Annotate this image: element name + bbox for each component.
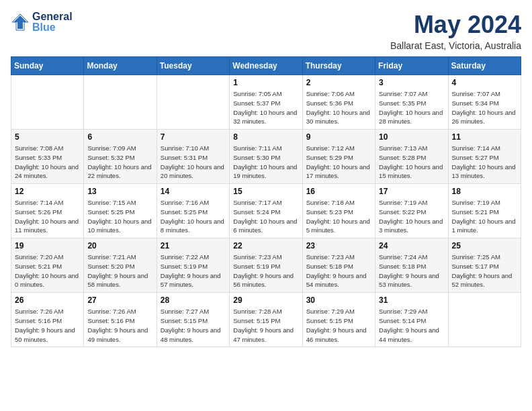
day-info: Sunrise: 7:29 AMSunset: 5:15 PMDaylight:… xyxy=(306,307,371,344)
calendar-cell: 16Sunrise: 7:18 AMSunset: 5:23 PMDayligh… xyxy=(302,184,375,238)
day-number: 6 xyxy=(87,132,152,142)
day-info: Sunrise: 7:07 AMSunset: 5:35 PMDaylight:… xyxy=(379,89,444,126)
calendar-cell: 25Sunrise: 7:25 AMSunset: 5:17 PMDayligh… xyxy=(448,238,521,293)
calendar-cell: 22Sunrise: 7:23 AMSunset: 5:19 PMDayligh… xyxy=(230,238,302,293)
calendar-cell: 24Sunrise: 7:24 AMSunset: 5:18 PMDayligh… xyxy=(375,238,448,293)
day-number: 17 xyxy=(379,187,444,196)
day-info: Sunrise: 7:12 AMSunset: 5:29 PMDaylight:… xyxy=(306,144,371,181)
day-number: 31 xyxy=(379,295,444,305)
calendar-cell: 14Sunrise: 7:16 AMSunset: 5:25 PMDayligh… xyxy=(157,184,229,238)
calendar-cell: 30Sunrise: 7:29 AMSunset: 5:15 PMDayligh… xyxy=(302,293,375,347)
day-info: Sunrise: 7:18 AMSunset: 5:23 PMDaylight:… xyxy=(306,198,371,235)
day-number: 21 xyxy=(161,241,226,250)
day-info: Sunrise: 7:19 AMSunset: 5:22 PMDaylight:… xyxy=(379,198,444,235)
weekday-header: Tuesday xyxy=(157,57,229,75)
calendar-cell: 20Sunrise: 7:21 AMSunset: 5:20 PMDayligh… xyxy=(84,238,157,293)
weekday-header: Thursday xyxy=(302,57,375,75)
day-number: 23 xyxy=(306,241,371,250)
day-info: Sunrise: 7:27 AMSunset: 5:15 PMDaylight:… xyxy=(161,307,226,344)
calendar-cell: 4Sunrise: 7:07 AMSunset: 5:34 PMDaylight… xyxy=(448,75,521,130)
calendar-cell: 17Sunrise: 7:19 AMSunset: 5:22 PMDayligh… xyxy=(375,184,448,238)
day-info: Sunrise: 7:16 AMSunset: 5:25 PMDaylight:… xyxy=(161,198,226,235)
title-area: May 2024 Ballarat East, Victoria, Austra… xyxy=(390,11,521,51)
day-info: Sunrise: 7:07 AMSunset: 5:34 PMDaylight:… xyxy=(452,89,517,126)
day-number: 12 xyxy=(15,187,80,196)
month-title: May 2024 xyxy=(390,11,521,39)
day-info: Sunrise: 7:14 AMSunset: 5:26 PMDaylight:… xyxy=(15,198,80,235)
location: Ballarat East, Victoria, Australia xyxy=(390,40,521,51)
calendar-week-row: 19Sunrise: 7:20 AMSunset: 5:21 PMDayligh… xyxy=(11,238,521,293)
calendar-cell: 31Sunrise: 7:29 AMSunset: 5:14 PMDayligh… xyxy=(375,293,448,347)
logo-icon xyxy=(11,13,30,32)
day-info: Sunrise: 7:28 AMSunset: 5:15 PMDaylight:… xyxy=(233,307,298,344)
day-number: 5 xyxy=(15,132,80,142)
day-info: Sunrise: 7:06 AMSunset: 5:36 PMDaylight:… xyxy=(306,89,371,126)
calendar-cell: 26Sunrise: 7:26 AMSunset: 5:16 PMDayligh… xyxy=(11,293,84,347)
day-info: Sunrise: 7:15 AMSunset: 5:25 PMDaylight:… xyxy=(87,198,152,235)
day-info: Sunrise: 7:26 AMSunset: 5:16 PMDaylight:… xyxy=(15,307,80,344)
calendar-cell: 1Sunrise: 7:05 AMSunset: 5:37 PMDaylight… xyxy=(230,75,302,130)
day-number: 10 xyxy=(379,132,444,142)
day-number: 15 xyxy=(233,187,298,196)
day-info: Sunrise: 7:20 AMSunset: 5:21 PMDaylight:… xyxy=(15,253,80,289)
day-number: 24 xyxy=(379,241,444,250)
day-info: Sunrise: 7:10 AMSunset: 5:31 PMDaylight:… xyxy=(161,144,226,181)
calendar-header-row: SundayMondayTuesdayWednesdayThursdayFrid… xyxy=(11,57,521,75)
calendar-cell: 18Sunrise: 7:19 AMSunset: 5:21 PMDayligh… xyxy=(448,184,521,238)
day-number: 18 xyxy=(452,187,517,196)
calendar-week-row: 1Sunrise: 7:05 AMSunset: 5:37 PMDaylight… xyxy=(11,75,521,130)
day-info: Sunrise: 7:23 AMSunset: 5:18 PMDaylight:… xyxy=(306,253,371,289)
calendar-cell: 9Sunrise: 7:12 AMSunset: 5:29 PMDaylight… xyxy=(302,130,375,184)
day-number: 19 xyxy=(15,241,80,250)
day-number: 30 xyxy=(306,295,371,305)
weekday-header: Wednesday xyxy=(230,57,302,75)
calendar-cell xyxy=(448,293,521,347)
calendar-cell: 21Sunrise: 7:22 AMSunset: 5:19 PMDayligh… xyxy=(157,238,229,293)
calendar-cell: 29Sunrise: 7:28 AMSunset: 5:15 PMDayligh… xyxy=(230,293,302,347)
calendar-cell: 6Sunrise: 7:09 AMSunset: 5:32 PMDaylight… xyxy=(84,130,157,184)
day-number: 14 xyxy=(161,187,226,196)
calendar-cell: 13Sunrise: 7:15 AMSunset: 5:25 PMDayligh… xyxy=(84,184,157,238)
page-header: General Blue May 2024 Ballarat East, Vic… xyxy=(11,11,521,51)
day-number: 3 xyxy=(379,78,444,87)
calendar-cell xyxy=(11,75,84,130)
calendar-cell: 15Sunrise: 7:17 AMSunset: 5:24 PMDayligh… xyxy=(230,184,302,238)
calendar-table: SundayMondayTuesdayWednesdayThursdayFrid… xyxy=(11,56,521,347)
weekday-header: Saturday xyxy=(448,57,521,75)
day-number: 28 xyxy=(161,295,226,305)
calendar-cell: 5Sunrise: 7:08 AMSunset: 5:33 PMDaylight… xyxy=(11,130,84,184)
day-info: Sunrise: 7:05 AMSunset: 5:37 PMDaylight:… xyxy=(233,89,298,126)
day-number: 1 xyxy=(233,78,298,87)
weekday-header: Monday xyxy=(84,57,157,75)
day-info: Sunrise: 7:26 AMSunset: 5:16 PMDaylight:… xyxy=(87,307,152,344)
calendar-cell: 12Sunrise: 7:14 AMSunset: 5:26 PMDayligh… xyxy=(11,184,84,238)
day-info: Sunrise: 7:08 AMSunset: 5:33 PMDaylight:… xyxy=(15,144,80,181)
day-number: 26 xyxy=(15,295,80,305)
calendar-week-row: 5Sunrise: 7:08 AMSunset: 5:33 PMDaylight… xyxy=(11,130,521,184)
day-info: Sunrise: 7:14 AMSunset: 5:27 PMDaylight:… xyxy=(452,144,517,181)
calendar-cell: 8Sunrise: 7:11 AMSunset: 5:30 PMDaylight… xyxy=(230,130,302,184)
calendar-cell: 27Sunrise: 7:26 AMSunset: 5:16 PMDayligh… xyxy=(84,293,157,347)
day-number: 29 xyxy=(233,295,298,305)
day-info: Sunrise: 7:22 AMSunset: 5:19 PMDaylight:… xyxy=(161,253,226,289)
day-info: Sunrise: 7:21 AMSunset: 5:20 PMDaylight:… xyxy=(87,253,152,289)
day-number: 11 xyxy=(452,132,517,142)
day-info: Sunrise: 7:19 AMSunset: 5:21 PMDaylight:… xyxy=(452,198,517,235)
calendar-cell: 3Sunrise: 7:07 AMSunset: 5:35 PMDaylight… xyxy=(375,75,448,130)
calendar-cell: 23Sunrise: 7:23 AMSunset: 5:18 PMDayligh… xyxy=(302,238,375,293)
day-number: 22 xyxy=(233,241,298,250)
calendar-cell xyxy=(84,75,157,130)
day-info: Sunrise: 7:25 AMSunset: 5:17 PMDaylight:… xyxy=(452,253,517,289)
calendar-cell xyxy=(157,75,229,130)
day-number: 9 xyxy=(306,132,371,142)
day-info: Sunrise: 7:13 AMSunset: 5:28 PMDaylight:… xyxy=(379,144,444,181)
calendar-cell: 28Sunrise: 7:27 AMSunset: 5:15 PMDayligh… xyxy=(157,293,229,347)
day-number: 2 xyxy=(306,78,371,87)
day-info: Sunrise: 7:24 AMSunset: 5:18 PMDaylight:… xyxy=(379,253,444,289)
calendar-cell: 2Sunrise: 7:06 AMSunset: 5:36 PMDaylight… xyxy=(302,75,375,130)
day-number: 4 xyxy=(452,78,517,87)
day-number: 25 xyxy=(452,241,517,250)
day-number: 8 xyxy=(233,132,298,142)
calendar-week-row: 12Sunrise: 7:14 AMSunset: 5:26 PMDayligh… xyxy=(11,184,521,238)
day-number: 16 xyxy=(306,187,371,196)
